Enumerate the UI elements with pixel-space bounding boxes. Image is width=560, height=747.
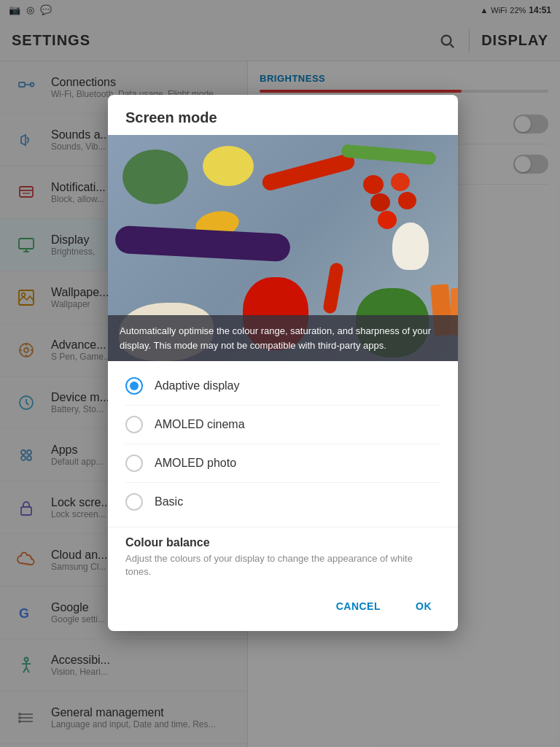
veg-chili [322, 262, 344, 314]
screen-mode-dialog: Screen mode Automatically optimise the c… [108, 95, 458, 631]
radio-circle-adaptive [125, 377, 143, 395]
dialog-options: Adaptive display AMOLED cinema AMOLED ph… [108, 361, 458, 527]
veg-eggplant [114, 225, 291, 263]
dialog-image: Automatically optimise the colour range,… [108, 135, 458, 361]
color-balance-title: Colour balance [125, 536, 440, 549]
cancel-button[interactable]: CANCEL [322, 593, 395, 619]
color-balance-section: Colour balance Adjust the colours of you… [108, 527, 458, 584]
veg-tomato-3 [370, 193, 390, 212]
radio-circle-amoled-photo [125, 454, 143, 472]
radio-label-adaptive: Adaptive display [155, 379, 240, 392]
color-balance-sub: Adjust the colours of your display to ch… [125, 552, 440, 578]
ok-button[interactable]: OK [401, 593, 446, 619]
veg-pumpkin [122, 150, 188, 204]
veg-tomato-2 [391, 173, 410, 191]
radio-circle-basic [125, 493, 143, 511]
veg-lemon [203, 146, 254, 186]
veg-green-pepper-long [341, 144, 436, 165]
radio-circle-amoled-cinema [125, 416, 143, 433]
radio-amoled-photo[interactable]: AMOLED photo [125, 444, 440, 483]
dialog-footer: CANCEL OK [108, 584, 458, 631]
radio-label-basic: Basic [155, 495, 183, 508]
veg-red-pepper-long [260, 152, 356, 193]
radio-adaptive[interactable]: Adaptive display [125, 367, 440, 406]
image-caption: Automatically optimise the colour range,… [108, 315, 458, 361]
dialog-title: Screen mode [125, 109, 440, 126]
veg-tomato-5 [378, 211, 397, 229]
radio-basic[interactable]: Basic [125, 483, 440, 521]
radio-label-amoled-photo: AMOLED photo [155, 457, 236, 470]
veg-tomato-4 [398, 192, 416, 209]
veg-tomato-1 [363, 175, 384, 194]
radio-amoled-cinema[interactable]: AMOLED cinema [125, 406, 440, 444]
radio-label-amoled-cinema: AMOLED cinema [155, 418, 245, 431]
veg-garlic [392, 222, 429, 270]
dialog-header: Screen mode [108, 95, 458, 135]
